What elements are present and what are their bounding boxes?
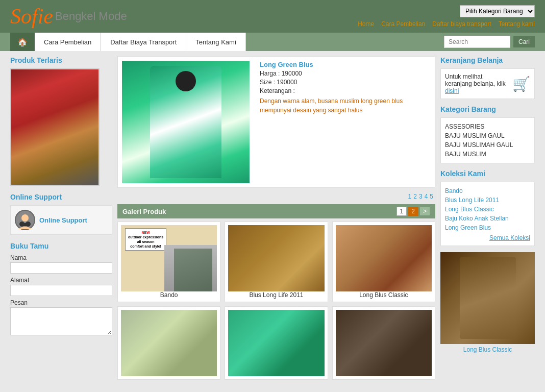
keranjang-text: Untuk melihat keranjang belanja, klik di… [445, 73, 508, 94]
online-support-title: Online Support [10, 193, 112, 201]
buku-tamu-section: Buku Tamu Nama Alamat Pesan [10, 242, 112, 337]
product-size: Size : 190000 [260, 79, 431, 86]
product-harga: Harga : 190000 [260, 70, 431, 77]
product-card-row2-1 [117, 306, 220, 380]
koleksi-preview-image [440, 252, 535, 344]
galeri-section: Galeri Produk 1 2 > [117, 204, 435, 218]
galeri-next-btn[interactable]: > [419, 207, 430, 216]
keranjang-title: Keranjang Belanja [440, 56, 535, 64]
product-card-row2-3 [332, 306, 435, 380]
product-card-blus: Blus Long Life 2011 [225, 222, 328, 302]
nama-input[interactable] [10, 262, 112, 274]
produk-terlaris-image [10, 68, 100, 186]
header-nav-cara[interactable]: Cara Pembelian [381, 20, 425, 28]
category-select[interactable]: Pilih Kategori Barang [460, 5, 535, 17]
product-card-row2-2 [225, 306, 328, 380]
kategori-baju-muslimah-gaul[interactable]: BAJU MUSLIMAH GAUL [445, 140, 530, 150]
bando-image: NEWoutdoor expressionsall seasoncomfort … [121, 225, 217, 291]
page-5[interactable]: 5 [430, 193, 433, 200]
logo-subtitle: Bengkel Mode [55, 10, 127, 23]
page-4[interactable]: 4 [425, 193, 428, 200]
online-support-box: Online Support [10, 205, 112, 235]
alamat-label: Alamat [10, 277, 112, 284]
product-info: Long Green Blus Harga : 190000 Size : 19… [260, 61, 431, 183]
keranjang-box: Untuk melihat keranjang belanja, klik di… [440, 68, 535, 99]
page-3[interactable]: 3 [419, 193, 423, 200]
produk-terlaris-title: Produk Terlaris [10, 56, 112, 64]
product-card-bando-label: Bando [121, 291, 217, 299]
home-button[interactable]: 🏠 [10, 33, 35, 51]
product-main-image [122, 61, 255, 183]
galeri-page-2-btn[interactable]: 2 [408, 207, 418, 216]
svg-point-1 [21, 214, 29, 222]
header: Sofie Bengkel Mode Pilih Kategori Barang… [0, 0, 545, 33]
header-nav-home[interactable]: Home [358, 20, 374, 28]
product-card-longblus: Long Blus Classic [332, 222, 435, 302]
product-card-bando: NEWoutdoor expressionsall seasoncomfort … [117, 222, 220, 302]
koleksi-title: Koleksi Kami [440, 169, 535, 178]
keranjang-link[interactable]: disini [445, 87, 459, 94]
navbar-right: Cari [444, 33, 535, 51]
pesan-textarea[interactable] [10, 307, 112, 335]
online-support-section: Online Support Online Support [10, 193, 112, 235]
kategori-title: Kategori Barang [440, 105, 535, 113]
pagination: 1 2 3 4 5 [117, 193, 435, 200]
main-content: Produk Terlaris Online Support Online [0, 51, 545, 385]
page-2[interactable]: 2 [413, 193, 417, 200]
page-1[interactable]: 1 [408, 193, 412, 200]
kategori-assesories[interactable]: ASSESORIES [445, 122, 530, 131]
header-nav: Home Cara Pembelian Daftar biaya transpo… [358, 20, 535, 28]
product-card-longblus-label: Long Blus Classic [336, 291, 432, 299]
product-title-link[interactable]: Long Green Blus [260, 61, 313, 68]
koleksi-preview: Long Blus Classic [440, 252, 535, 353]
kategori-baju-muslim[interactable]: BAJU MUSLIM [445, 150, 530, 159]
product-keterangan-label: Keterangan : [260, 87, 431, 94]
center-content: Long Green Blus Harga : 190000 Size : 19… [117, 56, 435, 380]
blus-image [228, 225, 324, 291]
koleksi-long-blus-classic[interactable]: Long Blus Classic [445, 205, 530, 214]
nama-label: Nama [10, 254, 112, 261]
navbar: 🏠 Cara Pembelian Daftar Biaya Transport … [0, 33, 545, 51]
online-support-label: Online Support [39, 216, 87, 224]
nav-daftar-biaya[interactable]: Daftar Biaya Transport [101, 33, 186, 51]
product-description: Dengan warna alam, busana muslim long gr… [260, 96, 431, 115]
koleksi-preview-label[interactable]: Long Blus Classic [440, 346, 535, 353]
category-dropdown[interactable]: Pilih Kategori Barang [460, 5, 535, 17]
header-nav-biaya[interactable]: Daftar biaya transport [432, 20, 491, 28]
header-nav-tentang[interactable]: Tentang kami [499, 20, 535, 28]
galeri-page-1-btn[interactable]: 1 [397, 207, 407, 216]
product-grid: NEWoutdoor expressionsall seasoncomfort … [117, 222, 435, 380]
left-sidebar: Produk Terlaris Online Support Online [10, 56, 112, 380]
nav-cara-pembelian[interactable]: Cara Pembelian [35, 33, 101, 51]
alamat-input[interactable] [10, 285, 112, 296]
pesan-label: Pesan [10, 299, 112, 306]
product-detail: Long Green Blus Harga : 190000 Size : 19… [117, 56, 435, 188]
koleksi-box: Bando Blus Long Life 2011 Long Blus Clas… [440, 182, 535, 246]
semua-koleksi-link[interactable]: Semua Koleksi [445, 234, 530, 241]
kategori-box: ASSESORIES BAJU MUSLIM GAUL BAJU MUSLIMA… [440, 117, 535, 163]
logo-area: Sofie Bengkel Mode [10, 4, 127, 29]
cart-icon: 🛒 [512, 76, 530, 92]
support-avatar [15, 210, 35, 230]
galeri-nav: 1 2 > [397, 207, 430, 216]
search-button[interactable]: Cari [513, 36, 535, 47]
buku-tamu-title: Buku Tamu [10, 242, 112, 250]
koleksi-baju-koko[interactable]: Baju Koko Anak Stellan [445, 214, 530, 223]
header-right: Pilih Kategori Barang Home Cara Pembelia… [358, 5, 535, 28]
svg-rect-4 [21, 223, 29, 226]
product-card-blus-label: Blus Long Life 2011 [228, 291, 324, 299]
longblus-image [336, 225, 432, 291]
nav-tentang-kami[interactable]: Tentang Kami [186, 33, 246, 51]
right-sidebar: Keranjang Belanja Untuk melihat keranjan… [440, 56, 535, 380]
logo-sofie: Sofie [10, 4, 53, 29]
koleksi-blus-long[interactable]: Blus Long Life 2011 [445, 195, 530, 205]
koleksi-long-green-blus[interactable]: Long Green Blus [445, 223, 530, 232]
galeri-title: Galeri Produk [122, 208, 166, 215]
koleksi-bando[interactable]: Bando [445, 186, 530, 195]
kategori-baju-muslim-gaul[interactable]: BAJU MUSLIM GAUL [445, 131, 530, 140]
search-input[interactable] [444, 36, 510, 48]
